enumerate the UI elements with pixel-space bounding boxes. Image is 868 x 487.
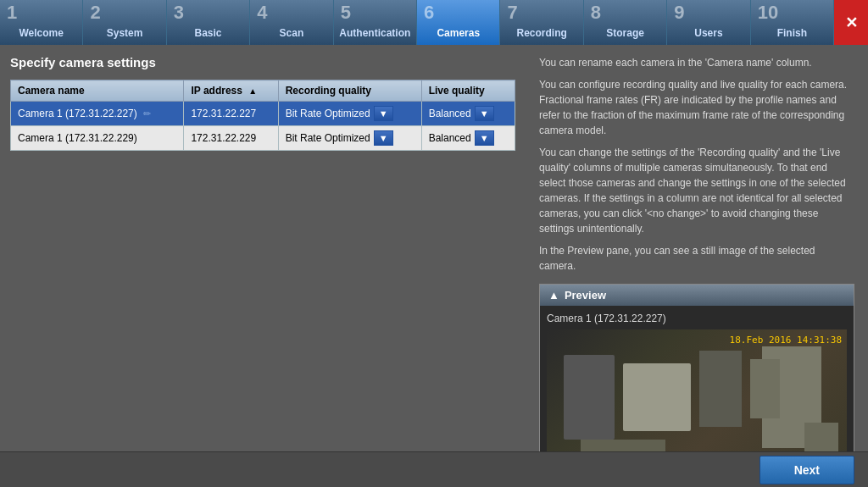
nav-step-storage[interactable]: 8 Storage (584, 0, 667, 45)
info-text-rename: You can rename each camera in the 'Camer… (539, 55, 854, 70)
nav-step-recording[interactable]: 7 Recording (500, 0, 583, 45)
edit-icon[interactable]: ✏ (143, 108, 151, 119)
nav-step-cameras[interactable]: 6 Cameras (417, 0, 500, 45)
cell-ip-2: 172.31.22.229 (184, 126, 278, 151)
info-text-quality: You can configure recording quality and … (539, 77, 854, 138)
nav-step-welcome[interactable]: 1 Welcome (0, 0, 83, 45)
nav-step-authentication[interactable]: 5 Authentication (334, 0, 417, 45)
col-header-recording-quality: Recording quality (278, 80, 421, 102)
nav-label-scan: Scan (280, 27, 304, 39)
cell-recording-quality-1: Bit Rate Optimized ▼ (278, 102, 421, 126)
step-number-10: 10 (758, 3, 778, 22)
close-button[interactable]: ✕ (834, 0, 868, 45)
info-text-multiple: You can change the settings of the 'Reco… (539, 145, 854, 236)
top-navigation: 1 Welcome 2 System 3 Basic 4 Scan 5 Auth… (0, 0, 868, 45)
step-number-5: 5 (341, 3, 351, 22)
step-number-8: 8 (591, 3, 601, 22)
recording-quality-dropdown-1[interactable]: ▼ (374, 106, 393, 121)
nav-label-welcome: Welcome (19, 27, 63, 39)
table-row[interactable]: Camera 1 (172.31.22.227) ✏ 172.31.22.227… (11, 102, 515, 126)
preview-image: 18.Feb 2016 14:31:38 Camera 1 (172.31.22… (547, 329, 847, 451)
nav-label-finish: Finish (777, 27, 807, 39)
nav-label-authentication: Authentication (339, 27, 410, 39)
nav-label-recording: Recording (516, 27, 566, 39)
panel-title: Specify camera settings (10, 55, 515, 69)
bottom-bar: Next (0, 451, 868, 487)
preview-label: Preview (565, 289, 606, 302)
cell-live-quality-1: Balanced ▼ (421, 102, 515, 126)
left-panel: Specify camera settings Camera name IP a… (0, 45, 526, 451)
nav-step-finish[interactable]: 10 Finish (751, 0, 834, 45)
cell-camera-name-1: Camera 1 (172.31.22.227) ✏ (11, 102, 184, 126)
nav-label-basic: Basic (195, 27, 222, 39)
collapse-icon[interactable]: ▲ (548, 289, 559, 302)
step-number-6: 6 (424, 3, 434, 22)
step-number-2: 2 (90, 3, 100, 22)
step-number-1: 1 (7, 3, 17, 22)
live-quality-dropdown-1[interactable]: ▼ (475, 106, 494, 121)
cell-live-quality-2: Balanced ▼ (421, 126, 515, 151)
cell-camera-name-2: Camera 1 (172.31.22.229) (11, 126, 184, 151)
preview-header: ▲ Preview (540, 285, 854, 306)
preview-section: ▲ Preview Camera 1 (172.31.22.227) (539, 284, 854, 451)
step-number-3: 3 (174, 3, 184, 22)
nav-step-scan[interactable]: 4 Scan (250, 0, 333, 45)
col-header-ip-address[interactable]: IP address ▲ (184, 80, 278, 102)
step-number-7: 7 (507, 3, 517, 22)
live-quality-dropdown-2[interactable]: ▼ (475, 130, 494, 146)
next-button[interactable]: Next (760, 456, 854, 484)
step-number-4: 4 (257, 3, 267, 22)
preview-content: Camera 1 (172.31.22.227) 18.Feb 2016 14:… (540, 306, 854, 451)
nav-step-basic[interactable]: 3 Basic (167, 0, 250, 45)
camera-table: Camera name IP address ▲ Recording quali… (10, 80, 515, 151)
sort-arrow-ip: ▲ (248, 86, 257, 96)
nav-label-cameras: Cameras (437, 27, 480, 39)
table-row[interactable]: Camera 1 (172.31.22.229) 172.31.22.229 B… (11, 126, 515, 151)
col-header-camera-name[interactable]: Camera name (11, 80, 184, 102)
cell-ip-1: 172.31.22.227 (184, 102, 278, 126)
camera-timestamp: 18.Feb 2016 14:31:38 (730, 335, 842, 346)
nav-label-users: Users (694, 27, 722, 39)
step-number-9: 9 (674, 3, 684, 22)
right-panel: You can rename each camera in the 'Camer… (526, 45, 868, 451)
col-header-live-quality: Live quality (421, 80, 515, 102)
nav-label-storage: Storage (606, 27, 644, 39)
cell-recording-quality-2: Bit Rate Optimized ▼ (278, 126, 421, 151)
nav-label-system: System (107, 27, 143, 39)
nav-step-system[interactable]: 2 System (83, 0, 166, 45)
nav-step-users[interactable]: 9 Users (667, 0, 750, 45)
recording-quality-dropdown-2[interactable]: ▼ (374, 130, 393, 146)
main-content: Specify camera settings Camera name IP a… (0, 45, 868, 451)
info-text-preview: In the Preview pane, you can see a still… (539, 243, 854, 274)
preview-camera-name: Camera 1 (172.31.22.227) (547, 313, 847, 324)
